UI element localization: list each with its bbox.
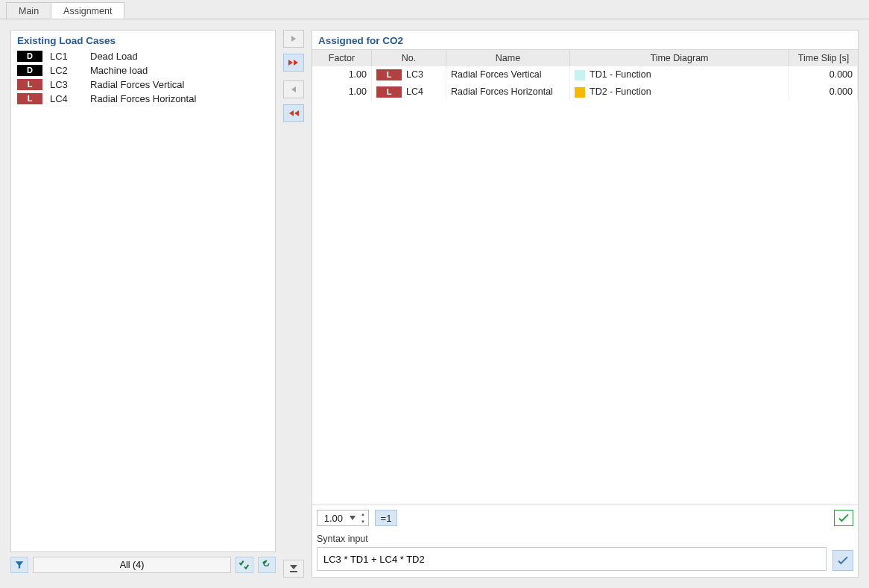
validate-button[interactable] (834, 510, 853, 526)
load-case-code: LC4 (50, 93, 83, 104)
load-case-row[interactable]: DLC1Dead Load (14, 49, 272, 63)
load-type-tag: L (17, 93, 42, 104)
cell-time-slip: 0.000 (789, 66, 858, 83)
check-icon (838, 513, 850, 523)
panel-header-existing: Existing Load Cases (11, 31, 275, 49)
cell-no: LLC3 (372, 66, 446, 83)
cell-no: LLC4 (372, 83, 446, 101)
set-factor-one-button[interactable]: =1 (375, 510, 397, 526)
col-header-time-slip[interactable]: Time Slip [s] (789, 50, 858, 66)
cell-time-diagram: TD2 - Function (570, 83, 789, 101)
transfer-buttons (282, 30, 306, 578)
cell-name: Radial Forces Horizontal (446, 83, 570, 101)
load-type-tag: L (17, 79, 42, 90)
filter-select[interactable]: All (4) (33, 557, 231, 573)
load-case-row[interactable]: LLC4Radial Forces Horizontal (14, 92, 272, 106)
assign-single-button[interactable] (283, 30, 304, 48)
load-case-name: Dead Load (90, 51, 269, 62)
factor-step-up[interactable]: ▲ (358, 510, 368, 518)
filter-button[interactable] (10, 557, 28, 573)
double-triangle-right-icon (288, 59, 300, 66)
remove-all-button[interactable] (283, 104, 304, 122)
cell-name: Radial Forces Vertical (446, 66, 570, 83)
triangle-right-icon (290, 35, 297, 42)
panel-existing-load-cases: Existing Load Cases DLC1Dead LoadDLC2Mac… (10, 30, 276, 552)
cell-time-slip: 0.000 (789, 83, 858, 101)
load-type-tag: D (17, 51, 42, 62)
refresh-icon (261, 560, 273, 570)
cell-time-diagram: TD1 - Function (570, 66, 789, 83)
load-case-code: LC1 (50, 51, 83, 62)
svg-rect-0 (290, 571, 297, 572)
col-header-factor[interactable]: Factor (312, 50, 372, 66)
cell-factor: 1.00 (312, 66, 372, 83)
col-header-no[interactable]: No. (372, 50, 446, 66)
refresh-selection-button[interactable] (258, 557, 276, 573)
factor-value: 1.00 (317, 513, 347, 524)
load-case-name: Radial Forces Horizontal (90, 93, 269, 104)
syntax-label: Syntax input (317, 531, 853, 547)
apply-syntax-button[interactable] (832, 550, 853, 571)
remove-single-button[interactable] (283, 80, 304, 98)
load-type-tag: D (17, 65, 42, 76)
load-type-tag: L (376, 69, 402, 80)
assign-all-button[interactable] (283, 54, 304, 72)
load-case-code: LC2 (50, 65, 83, 76)
factor-input[interactable]: 1.00 ▲ ▼ (317, 510, 369, 526)
chevron-down-icon (350, 516, 356, 520)
check-icon (837, 555, 849, 566)
double-triangle-left-icon (288, 110, 300, 117)
time-diagram-swatch (575, 87, 585, 98)
select-all-button[interactable] (236, 557, 253, 573)
tab-bar: Main Assignment (0, 0, 869, 19)
funnel-icon (14, 560, 25, 570)
col-header-name[interactable]: Name (446, 50, 570, 66)
tab-main[interactable]: Main (6, 2, 51, 19)
load-case-name: Machine load (90, 65, 269, 76)
table-row[interactable]: 1.00LLC3Radial Forces VerticalTD1 - Func… (312, 66, 858, 83)
col-header-time-diagram[interactable]: Time Diagram (570, 50, 789, 66)
load-case-name: Radial Forces Vertical (90, 79, 269, 90)
load-case-row[interactable]: LLC3Radial Forces Vertical (14, 78, 272, 92)
time-diagram-swatch (575, 70, 585, 80)
load-case-row[interactable]: DLC2Machine load (14, 63, 272, 78)
tab-assignment[interactable]: Assignment (51, 2, 124, 19)
panel-assigned: Assigned for CO2 Factor No. Name Time Di… (312, 30, 859, 578)
triangle-down-bar-icon (288, 564, 299, 573)
assigned-grid: Factor No. Name Time Diagram Time Slip [… (312, 49, 858, 505)
triangle-left-icon (290, 86, 297, 93)
factor-step-down[interactable]: ▼ (358, 518, 368, 525)
cell-factor: 1.00 (312, 83, 372, 101)
factor-dropdown-icon[interactable] (347, 510, 358, 525)
move-to-bottom-button[interactable] (283, 560, 304, 578)
load-type-tag: L (376, 86, 402, 98)
syntax-input[interactable] (317, 547, 827, 571)
checklist-icon (238, 560, 250, 570)
table-row[interactable]: 1.00LLC4Radial Forces HorizontalTD2 - Fu… (312, 83, 858, 101)
load-case-code: LC3 (50, 79, 83, 90)
panel-header-assigned: Assigned for CO2 (312, 31, 858, 49)
